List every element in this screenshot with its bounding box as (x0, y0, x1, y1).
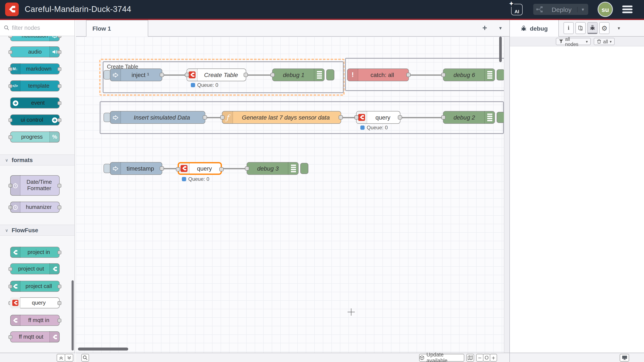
node-debug-2[interactable]: debug 2 (443, 111, 495, 124)
debug-toggle-button[interactable] (300, 163, 308, 174)
filter-nodes-input[interactable] (12, 25, 67, 31)
palette-node-ff-mqtt-out[interactable]: ff mqtt out (10, 331, 60, 343)
input-port[interactable] (441, 73, 446, 77)
canvas-horizontal-scrollbar[interactable] (78, 348, 128, 351)
output-port[interactable] (406, 73, 410, 77)
palette-node-template[interactable]: </> template (10, 80, 60, 91)
output-port[interactable] (398, 115, 402, 119)
input-port[interactable] (245, 166, 249, 170)
input-port[interactable] (354, 115, 359, 119)
inject-trigger-button[interactable] (104, 164, 111, 173)
palette-scrollbar[interactable] (72, 280, 74, 351)
node-catch-all[interactable]: ! catch: all (347, 68, 409, 81)
node-debug-3[interactable]: debug 3 (246, 162, 298, 175)
info-tab-button[interactable]: i (564, 22, 574, 34)
debug-toggle-button[interactable] (497, 69, 504, 80)
debug-tab-button[interactable] (587, 22, 598, 34)
node-query-selected[interactable]: query (178, 162, 222, 175)
main-menu-button[interactable] (622, 5, 632, 15)
deploy-options-chevron[interactable]: ▾ (577, 6, 588, 12)
output-port[interactable] (244, 73, 248, 77)
inject-arrow-icon (110, 163, 121, 175)
output-port[interactable] (160, 166, 164, 170)
canvas-edge-gutter (504, 37, 510, 353)
expand-all-button[interactable] (65, 354, 73, 362)
wire[interactable] (246, 74, 272, 75)
palette-node-event[interactable]: event (10, 97, 60, 108)
flow-canvas[interactable]: Create Table inject ¹ Create Table (76, 37, 504, 353)
inject-trigger-button[interactable] (104, 113, 111, 122)
wire[interactable] (409, 74, 443, 75)
zoom-in-button[interactable]: + (490, 354, 497, 362)
debug-toggle-button[interactable] (326, 69, 334, 80)
wire[interactable] (162, 168, 178, 169)
output-port[interactable] (219, 167, 224, 171)
input-port[interactable] (270, 73, 275, 77)
zoom-out-button[interactable]: − (476, 354, 484, 362)
collapse-all-button[interactable] (57, 354, 65, 362)
filter-nodes-button[interactable]: all nodes ▾ (556, 38, 591, 45)
add-flow-button[interactable]: + (478, 20, 491, 36)
search-icon (83, 355, 88, 360)
node-inject-1[interactable]: inject ¹ (110, 68, 162, 81)
wire[interactable] (400, 117, 443, 118)
update-available-button[interactable]: Update available (419, 354, 464, 362)
sidebar-menu-chevron[interactable]: ▾ (614, 20, 624, 36)
search-flows-button[interactable] (81, 354, 89, 362)
output-port[interactable] (203, 115, 207, 119)
double-chevron-up-icon (58, 356, 63, 360)
palette-node-humanizer[interactable]: humanizer (10, 202, 60, 213)
wire[interactable] (205, 117, 222, 118)
node-debug-6[interactable]: debug 6 (443, 68, 495, 81)
palette-node-project-in[interactable]: project in (10, 247, 60, 258)
zoom-reset-button[interactable]: O (483, 354, 490, 362)
palette-section-flowfuse[interactable]: ∨ FlowFuse (0, 225, 75, 236)
wire[interactable] (222, 168, 246, 169)
node-function-generate-sensor-data[interactable]: ƒ Generate last 7 days sensor data (222, 111, 341, 124)
palette-node-ui-control[interactable]: ui control (10, 114, 60, 126)
debug-output-icon (484, 69, 494, 81)
palette-section-formats[interactable]: ∨ formats (0, 155, 75, 166)
palette-node-markdown[interactable]: M↓ markdown (10, 63, 60, 74)
output-port[interactable] (338, 115, 343, 119)
deploy-button[interactable]: Deploy ▾ (533, 4, 588, 15)
node-debug-1[interactable]: debug 1 (272, 68, 324, 81)
palette-node-query[interactable]: query (10, 297, 60, 308)
input-port[interactable] (441, 115, 446, 119)
sidebar-tab-debug[interactable]: debug (510, 20, 559, 37)
debug-message-list[interactable] (510, 46, 644, 343)
tab-flow-1[interactable]: Flow 1 (86, 20, 148, 37)
node-query-2[interactable]: query (356, 111, 400, 124)
open-new-window-button[interactable] (620, 354, 629, 362)
palette-node-project-out[interactable]: project out (10, 263, 60, 274)
debug-toggle-button[interactable] (497, 112, 504, 123)
canvas-vertical-scrollbar[interactable] (499, 37, 502, 62)
node-insert-simulated-data[interactable]: Insert simulated Data (110, 111, 205, 124)
flow-list-chevron[interactable]: ▾ (495, 20, 506, 36)
minimap-button[interactable] (466, 354, 474, 362)
input-port[interactable] (220, 115, 224, 119)
palette-footer (0, 353, 76, 362)
inject-trigger-button[interactable] (104, 70, 111, 80)
flowfuse-icon (50, 263, 60, 274)
palette-node-datetime-formatter[interactable]: Date/Time Formatter (10, 175, 60, 196)
user-avatar[interactable]: su (598, 2, 613, 17)
ai-assistant-button[interactable]: AI ✦ (511, 4, 522, 15)
debug-filter-row: all nodes ▾ all ▾ (510, 37, 644, 46)
palette-node-audio[interactable]: audio (10, 46, 60, 57)
wire[interactable] (341, 117, 356, 118)
input-port[interactable] (176, 167, 180, 171)
inject-arrow-icon (110, 111, 121, 123)
palette-node-ff-mqtt-in[interactable]: ff mqtt in (10, 315, 60, 326)
palette-node-project-call[interactable]: project call (10, 281, 60, 292)
help-tab-button[interactable] (576, 22, 586, 34)
wire[interactable] (162, 74, 186, 75)
input-port[interactable] (185, 73, 189, 77)
clear-debug-button[interactable]: all ▾ (594, 38, 614, 45)
config-tab-button[interactable]: ⚙ (599, 22, 610, 34)
palette-node-progress[interactable]: progress % (10, 131, 60, 143)
output-port[interactable] (160, 73, 164, 77)
flowfuse-logo-icon[interactable] (5, 2, 19, 16)
node-create-table[interactable]: Create Table (186, 68, 246, 81)
node-inject-timestamp[interactable]: timestamp (110, 162, 162, 175)
